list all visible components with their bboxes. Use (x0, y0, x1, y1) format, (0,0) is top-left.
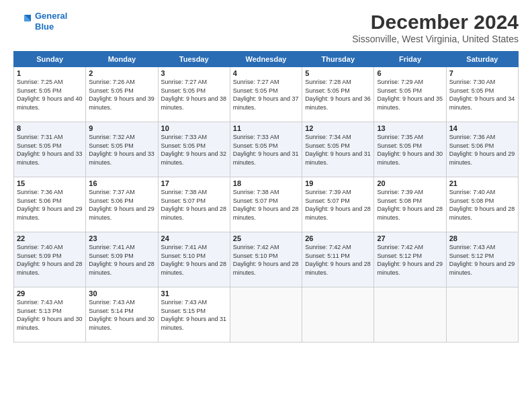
col-header-tuesday: Tuesday (158, 52, 230, 67)
logo-icon (13, 12, 32, 31)
calendar-cell: 6 Sunrise: 7:29 AMSunset: 5:05 PMDayligh… (374, 67, 446, 122)
calendar-week-row: 15 Sunrise: 7:36 AMSunset: 5:06 PMDaylig… (14, 177, 519, 232)
col-header-monday: Monday (86, 52, 158, 67)
day-info: Sunrise: 7:28 AMSunset: 5:05 PMDaylight:… (305, 79, 371, 111)
calendar-cell: 8 Sunrise: 7:31 AMSunset: 5:05 PMDayligh… (14, 122, 86, 177)
col-header-friday: Friday (374, 52, 446, 67)
day-info: Sunrise: 7:30 AMSunset: 5:05 PMDaylight:… (449, 79, 515, 111)
day-info: Sunrise: 7:40 AMSunset: 5:08 PMDaylight:… (449, 189, 515, 221)
day-info: Sunrise: 7:42 AMSunset: 5:10 PMDaylight:… (233, 244, 299, 276)
day-number: 2 (89, 69, 154, 77)
day-number: 6 (377, 69, 443, 77)
day-number: 26 (305, 234, 371, 242)
day-info: Sunrise: 7:33 AMSunset: 5:05 PMDaylight:… (161, 134, 227, 166)
calendar-cell: 1 Sunrise: 7:25 AMSunset: 5:05 PMDayligh… (14, 67, 86, 122)
main-title: December 2024 (352, 11, 519, 34)
calendar-week-row: 22 Sunrise: 7:40 AMSunset: 5:09 PMDaylig… (14, 232, 519, 287)
day-number: 4 (233, 69, 299, 77)
day-number: 25 (233, 234, 299, 242)
calendar-cell: 12 Sunrise: 7:34 AMSunset: 5:05 PMDaylig… (302, 122, 374, 177)
day-info: Sunrise: 7:25 AMSunset: 5:05 PMDaylight:… (17, 79, 83, 111)
calendar-cell: 28 Sunrise: 7:43 AMSunset: 5:12 PMDaylig… (446, 232, 518, 287)
day-info: Sunrise: 7:40 AMSunset: 5:09 PMDaylight:… (17, 244, 83, 276)
day-number: 20 (377, 179, 443, 187)
day-info: Sunrise: 7:33 AMSunset: 5:05 PMDaylight:… (233, 134, 299, 166)
day-info: Sunrise: 7:41 AMSunset: 5:09 PMDaylight:… (89, 244, 154, 276)
col-header-wednesday: Wednesday (230, 52, 302, 67)
day-info: Sunrise: 7:39 AMSunset: 5:07 PMDaylight:… (305, 189, 371, 221)
calendar-header-row: SundayMondayTuesdayWednesdayThursdayFrid… (14, 52, 519, 67)
day-info: Sunrise: 7:35 AMSunset: 5:05 PMDaylight:… (377, 134, 443, 166)
logo-text: General Blue (35, 11, 67, 32)
calendar-cell (302, 287, 374, 342)
calendar-week-row: 1 Sunrise: 7:25 AMSunset: 5:05 PMDayligh… (14, 67, 519, 122)
calendar-cell (374, 287, 446, 342)
day-info: Sunrise: 7:36 AMSunset: 5:06 PMDaylight:… (449, 134, 515, 166)
day-info: Sunrise: 7:26 AMSunset: 5:05 PMDaylight:… (89, 79, 154, 111)
logo-line1: General (35, 11, 67, 21)
calendar-cell: 13 Sunrise: 7:35 AMSunset: 5:05 PMDaylig… (374, 122, 446, 177)
day-number: 5 (305, 69, 371, 77)
day-number: 29 (17, 289, 83, 298)
day-info: Sunrise: 7:42 AMSunset: 5:12 PMDaylight:… (377, 244, 443, 276)
calendar-table: SundayMondayTuesdayWednesdayThursdayFrid… (13, 51, 519, 342)
calendar-cell: 18 Sunrise: 7:38 AMSunset: 5:07 PMDaylig… (230, 177, 302, 232)
day-info: Sunrise: 7:42 AMSunset: 5:11 PMDaylight:… (305, 244, 371, 276)
day-number: 18 (233, 179, 299, 187)
day-info: Sunrise: 7:43 AMSunset: 5:15 PMDaylight:… (161, 299, 227, 331)
day-number: 10 (161, 124, 227, 132)
day-number: 23 (89, 234, 154, 242)
day-number: 24 (161, 234, 227, 242)
calendar-cell: 16 Sunrise: 7:37 AMSunset: 5:06 PMDaylig… (86, 177, 158, 232)
calendar-cell: 22 Sunrise: 7:40 AMSunset: 5:09 PMDaylig… (14, 232, 86, 287)
logo: General Blue (13, 11, 67, 32)
calendar-cell: 21 Sunrise: 7:40 AMSunset: 5:08 PMDaylig… (446, 177, 518, 232)
day-number: 19 (305, 179, 371, 187)
calendar-cell: 30 Sunrise: 7:43 AMSunset: 5:14 PMDaylig… (86, 287, 158, 342)
day-info: Sunrise: 7:31 AMSunset: 5:05 PMDaylight:… (17, 134, 83, 166)
day-number: 30 (89, 289, 154, 298)
day-info: Sunrise: 7:27 AMSunset: 5:05 PMDaylight:… (161, 79, 227, 111)
calendar-cell: 15 Sunrise: 7:36 AMSunset: 5:06 PMDaylig… (14, 177, 86, 232)
calendar-cell: 24 Sunrise: 7:41 AMSunset: 5:10 PMDaylig… (158, 232, 230, 287)
calendar-cell: 7 Sunrise: 7:30 AMSunset: 5:05 PMDayligh… (446, 67, 518, 122)
calendar-cell (230, 287, 302, 342)
calendar-cell: 20 Sunrise: 7:39 AMSunset: 5:08 PMDaylig… (374, 177, 446, 232)
day-info: Sunrise: 7:29 AMSunset: 5:05 PMDaylight:… (377, 79, 443, 111)
day-info: Sunrise: 7:38 AMSunset: 5:07 PMDaylight:… (233, 189, 299, 221)
day-info: Sunrise: 7:32 AMSunset: 5:05 PMDaylight:… (89, 134, 154, 166)
day-number: 7 (449, 69, 515, 77)
day-number: 27 (377, 234, 443, 242)
calendar-cell: 17 Sunrise: 7:38 AMSunset: 5:07 PMDaylig… (158, 177, 230, 232)
day-number: 28 (449, 234, 515, 242)
calendar-cell: 19 Sunrise: 7:39 AMSunset: 5:07 PMDaylig… (302, 177, 374, 232)
day-info: Sunrise: 7:34 AMSunset: 5:05 PMDaylight:… (305, 134, 371, 166)
subtitle: Sissonville, West Virginia, United State… (352, 34, 519, 44)
day-number: 3 (161, 69, 227, 77)
day-info: Sunrise: 7:43 AMSunset: 5:13 PMDaylight:… (17, 299, 83, 331)
day-number: 15 (17, 179, 83, 187)
calendar-week-row: 8 Sunrise: 7:31 AMSunset: 5:05 PMDayligh… (14, 122, 519, 177)
day-number: 9 (89, 124, 154, 132)
day-info: Sunrise: 7:36 AMSunset: 5:06 PMDaylight:… (17, 189, 83, 221)
title-block: December 2024 Sissonville, West Virginia… (352, 11, 519, 44)
day-number: 1 (17, 69, 83, 77)
calendar-cell: 10 Sunrise: 7:33 AMSunset: 5:05 PMDaylig… (158, 122, 230, 177)
calendar-cell: 14 Sunrise: 7:36 AMSunset: 5:06 PMDaylig… (446, 122, 518, 177)
logo-line2: Blue (35, 21, 54, 32)
day-info: Sunrise: 7:41 AMSunset: 5:10 PMDaylight:… (161, 244, 227, 276)
day-number: 13 (377, 124, 443, 132)
day-info: Sunrise: 7:27 AMSunset: 5:05 PMDaylight:… (233, 79, 299, 111)
day-number: 12 (305, 124, 371, 132)
col-header-thursday: Thursday (302, 52, 374, 67)
col-header-sunday: Sunday (14, 52, 86, 67)
calendar-cell: 27 Sunrise: 7:42 AMSunset: 5:12 PMDaylig… (374, 232, 446, 287)
day-number: 11 (233, 124, 299, 132)
day-number: 31 (161, 289, 227, 298)
day-number: 8 (17, 124, 83, 132)
day-number: 14 (449, 124, 515, 132)
day-number: 17 (161, 179, 227, 187)
header: General Blue December 2024 Sissonville, … (13, 11, 519, 44)
day-info: Sunrise: 7:39 AMSunset: 5:08 PMDaylight:… (377, 189, 443, 221)
calendar-cell: 11 Sunrise: 7:33 AMSunset: 5:05 PMDaylig… (230, 122, 302, 177)
